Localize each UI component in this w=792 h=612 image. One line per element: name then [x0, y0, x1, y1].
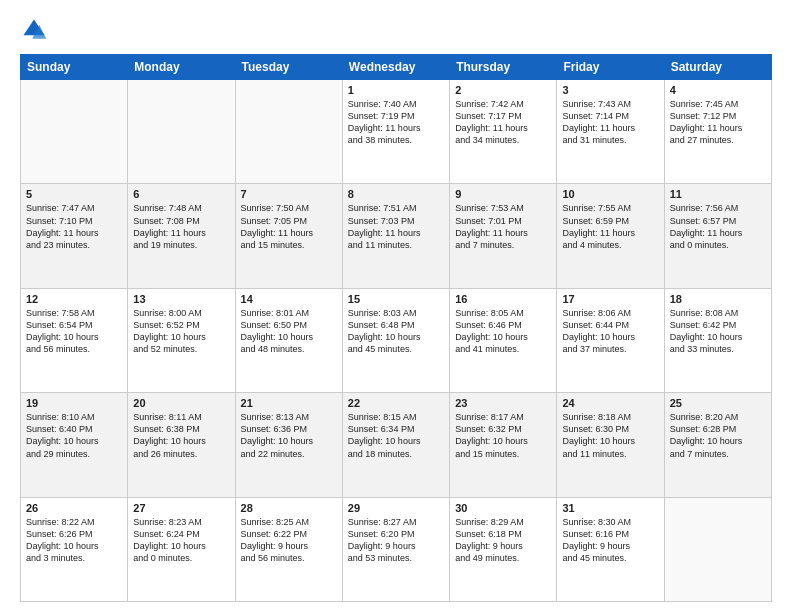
calendar-cell: 5Sunrise: 7:47 AM Sunset: 7:10 PM Daylig… [21, 184, 128, 288]
calendar-cell: 22Sunrise: 8:15 AM Sunset: 6:34 PM Dayli… [342, 393, 449, 497]
weekday-header-friday: Friday [557, 55, 664, 80]
day-number: 1 [348, 84, 444, 96]
day-number: 17 [562, 293, 658, 305]
day-info: Sunrise: 8:18 AM Sunset: 6:30 PM Dayligh… [562, 411, 658, 460]
day-info: Sunrise: 7:43 AM Sunset: 7:14 PM Dayligh… [562, 98, 658, 147]
calendar-cell: 12Sunrise: 7:58 AM Sunset: 6:54 PM Dayli… [21, 288, 128, 392]
calendar-cell: 16Sunrise: 8:05 AM Sunset: 6:46 PM Dayli… [450, 288, 557, 392]
weekday-header-sunday: Sunday [21, 55, 128, 80]
calendar-cell: 21Sunrise: 8:13 AM Sunset: 6:36 PM Dayli… [235, 393, 342, 497]
calendar-week-row: 12Sunrise: 7:58 AM Sunset: 6:54 PM Dayli… [21, 288, 772, 392]
day-info: Sunrise: 7:53 AM Sunset: 7:01 PM Dayligh… [455, 202, 551, 251]
calendar-cell: 27Sunrise: 8:23 AM Sunset: 6:24 PM Dayli… [128, 497, 235, 601]
day-info: Sunrise: 7:42 AM Sunset: 7:17 PM Dayligh… [455, 98, 551, 147]
calendar-cell: 9Sunrise: 7:53 AM Sunset: 7:01 PM Daylig… [450, 184, 557, 288]
day-info: Sunrise: 8:11 AM Sunset: 6:38 PM Dayligh… [133, 411, 229, 460]
calendar-cell: 7Sunrise: 7:50 AM Sunset: 7:05 PM Daylig… [235, 184, 342, 288]
weekday-header-monday: Monday [128, 55, 235, 80]
day-info: Sunrise: 8:20 AM Sunset: 6:28 PM Dayligh… [670, 411, 766, 460]
day-info: Sunrise: 7:58 AM Sunset: 6:54 PM Dayligh… [26, 307, 122, 356]
logo-icon [20, 16, 48, 44]
day-info: Sunrise: 8:13 AM Sunset: 6:36 PM Dayligh… [241, 411, 337, 460]
day-number: 26 [26, 502, 122, 514]
calendar-cell: 23Sunrise: 8:17 AM Sunset: 6:32 PM Dayli… [450, 393, 557, 497]
day-number: 24 [562, 397, 658, 409]
day-info: Sunrise: 8:00 AM Sunset: 6:52 PM Dayligh… [133, 307, 229, 356]
day-number: 3 [562, 84, 658, 96]
day-info: Sunrise: 7:50 AM Sunset: 7:05 PM Dayligh… [241, 202, 337, 251]
day-number: 11 [670, 188, 766, 200]
day-number: 12 [26, 293, 122, 305]
day-info: Sunrise: 7:51 AM Sunset: 7:03 PM Dayligh… [348, 202, 444, 251]
day-info: Sunrise: 8:01 AM Sunset: 6:50 PM Dayligh… [241, 307, 337, 356]
calendar-cell [664, 497, 771, 601]
day-info: Sunrise: 8:05 AM Sunset: 6:46 PM Dayligh… [455, 307, 551, 356]
calendar-week-row: 26Sunrise: 8:22 AM Sunset: 6:26 PM Dayli… [21, 497, 772, 601]
calendar-cell: 6Sunrise: 7:48 AM Sunset: 7:08 PM Daylig… [128, 184, 235, 288]
day-number: 28 [241, 502, 337, 514]
calendar-cell: 26Sunrise: 8:22 AM Sunset: 6:26 PM Dayli… [21, 497, 128, 601]
day-number: 14 [241, 293, 337, 305]
calendar-cell: 15Sunrise: 8:03 AM Sunset: 6:48 PM Dayli… [342, 288, 449, 392]
day-info: Sunrise: 8:23 AM Sunset: 6:24 PM Dayligh… [133, 516, 229, 565]
day-info: Sunrise: 8:15 AM Sunset: 6:34 PM Dayligh… [348, 411, 444, 460]
calendar-cell: 10Sunrise: 7:55 AM Sunset: 6:59 PM Dayli… [557, 184, 664, 288]
day-info: Sunrise: 8:27 AM Sunset: 6:20 PM Dayligh… [348, 516, 444, 565]
day-number: 15 [348, 293, 444, 305]
day-number: 4 [670, 84, 766, 96]
day-number: 9 [455, 188, 551, 200]
day-info: Sunrise: 8:08 AM Sunset: 6:42 PM Dayligh… [670, 307, 766, 356]
calendar-cell [21, 80, 128, 184]
calendar-cell: 2Sunrise: 7:42 AM Sunset: 7:17 PM Daylig… [450, 80, 557, 184]
calendar-cell: 14Sunrise: 8:01 AM Sunset: 6:50 PM Dayli… [235, 288, 342, 392]
day-number: 27 [133, 502, 229, 514]
day-number: 23 [455, 397, 551, 409]
weekday-header-saturday: Saturday [664, 55, 771, 80]
weekday-header-thursday: Thursday [450, 55, 557, 80]
weekday-header-wednesday: Wednesday [342, 55, 449, 80]
day-info: Sunrise: 8:22 AM Sunset: 6:26 PM Dayligh… [26, 516, 122, 565]
day-number: 8 [348, 188, 444, 200]
calendar-cell: 11Sunrise: 7:56 AM Sunset: 6:57 PM Dayli… [664, 184, 771, 288]
day-number: 5 [26, 188, 122, 200]
day-info: Sunrise: 7:45 AM Sunset: 7:12 PM Dayligh… [670, 98, 766, 147]
calendar-cell: 20Sunrise: 8:11 AM Sunset: 6:38 PM Dayli… [128, 393, 235, 497]
day-info: Sunrise: 8:17 AM Sunset: 6:32 PM Dayligh… [455, 411, 551, 460]
day-number: 25 [670, 397, 766, 409]
day-number: 19 [26, 397, 122, 409]
calendar-cell: 28Sunrise: 8:25 AM Sunset: 6:22 PM Dayli… [235, 497, 342, 601]
page: SundayMondayTuesdayWednesdayThursdayFrid… [0, 0, 792, 612]
calendar-cell: 8Sunrise: 7:51 AM Sunset: 7:03 PM Daylig… [342, 184, 449, 288]
calendar-week-row: 1Sunrise: 7:40 AM Sunset: 7:19 PM Daylig… [21, 80, 772, 184]
day-info: Sunrise: 8:30 AM Sunset: 6:16 PM Dayligh… [562, 516, 658, 565]
calendar-cell: 13Sunrise: 8:00 AM Sunset: 6:52 PM Dayli… [128, 288, 235, 392]
day-number: 2 [455, 84, 551, 96]
day-info: Sunrise: 8:10 AM Sunset: 6:40 PM Dayligh… [26, 411, 122, 460]
weekday-header-row: SundayMondayTuesdayWednesdayThursdayFrid… [21, 55, 772, 80]
calendar-cell: 4Sunrise: 7:45 AM Sunset: 7:12 PM Daylig… [664, 80, 771, 184]
day-number: 20 [133, 397, 229, 409]
day-number: 31 [562, 502, 658, 514]
calendar-cell: 31Sunrise: 8:30 AM Sunset: 6:16 PM Dayli… [557, 497, 664, 601]
day-number: 22 [348, 397, 444, 409]
day-info: Sunrise: 7:47 AM Sunset: 7:10 PM Dayligh… [26, 202, 122, 251]
day-number: 13 [133, 293, 229, 305]
day-number: 7 [241, 188, 337, 200]
day-info: Sunrise: 7:48 AM Sunset: 7:08 PM Dayligh… [133, 202, 229, 251]
calendar-cell: 19Sunrise: 8:10 AM Sunset: 6:40 PM Dayli… [21, 393, 128, 497]
calendar-week-row: 5Sunrise: 7:47 AM Sunset: 7:10 PM Daylig… [21, 184, 772, 288]
day-info: Sunrise: 7:40 AM Sunset: 7:19 PM Dayligh… [348, 98, 444, 147]
logo [20, 16, 50, 44]
calendar-cell: 25Sunrise: 8:20 AM Sunset: 6:28 PM Dayli… [664, 393, 771, 497]
calendar-cell [235, 80, 342, 184]
calendar-cell: 1Sunrise: 7:40 AM Sunset: 7:19 PM Daylig… [342, 80, 449, 184]
calendar-week-row: 19Sunrise: 8:10 AM Sunset: 6:40 PM Dayli… [21, 393, 772, 497]
day-number: 18 [670, 293, 766, 305]
day-number: 16 [455, 293, 551, 305]
header [20, 16, 772, 44]
day-info: Sunrise: 8:25 AM Sunset: 6:22 PM Dayligh… [241, 516, 337, 565]
day-number: 6 [133, 188, 229, 200]
day-number: 29 [348, 502, 444, 514]
day-number: 21 [241, 397, 337, 409]
calendar-cell: 29Sunrise: 8:27 AM Sunset: 6:20 PM Dayli… [342, 497, 449, 601]
